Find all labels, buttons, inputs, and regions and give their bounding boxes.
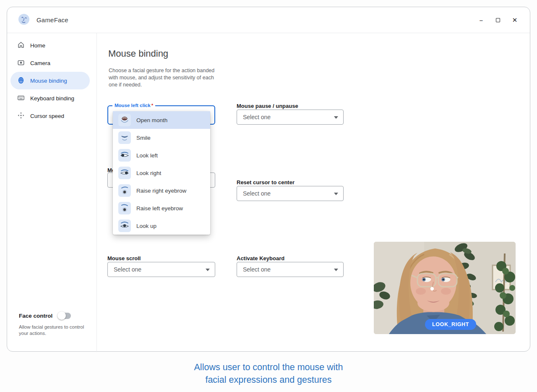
app-window: GameFace − ✕ Home: [7, 7, 530, 352]
required-asterisk: *: [151, 103, 153, 108]
sidebar-item-mouse-binding[interactable]: Mouse binding: [10, 72, 90, 89]
dropdown-option-open-month[interactable]: Open month: [113, 111, 210, 129]
sidebar-item-label: Mouse binding: [30, 78, 67, 84]
face-control-description: Allow facial gestures to control your ac…: [19, 324, 89, 337]
activate-keyboard-select[interactable]: Select one: [237, 262, 344, 277]
mouse-pause-label: Mouse pause / unpause: [237, 103, 298, 109]
app-title: GameFace: [36, 16, 68, 24]
dropdown-option-label: Look right: [136, 170, 161, 176]
select-value: Select one: [243, 190, 271, 197]
home-icon: [17, 41, 25, 50]
smile-icon: [118, 131, 131, 144]
dropdown-option-raise-left-eyebrow[interactable]: Raise left eyebrow: [113, 199, 210, 217]
face-control-label: Face control: [19, 313, 52, 319]
chevron-down-icon: [334, 116, 338, 119]
sidebar-item-label: Home: [30, 42, 45, 49]
dropdown-option-label: Look left: [136, 152, 158, 159]
cursor-speed-icon: [17, 112, 25, 120]
toggle-knob: [57, 311, 66, 320]
sidebar-item-home[interactable]: Home: [10, 37, 90, 54]
dropdown-option-label: Open month: [136, 117, 167, 123]
sidebar-item-keyboard-binding[interactable]: Keyboard binding: [10, 89, 90, 107]
select-value: Select one: [243, 114, 271, 120]
caption-line-2: facial expressions and gestures: [0, 374, 537, 386]
face-control-section: Face control Allow facial gestures to co…: [12, 313, 89, 337]
page-description: Choose a facial gesture for the action b…: [109, 67, 220, 89]
maximize-icon: [496, 18, 500, 22]
select-value: Select one: [114, 266, 141, 273]
close-button[interactable]: ✕: [511, 16, 519, 24]
dropdown-option-smile[interactable]: Smile: [113, 129, 210, 146]
dropdown-option-label: Raise left eyebrow: [136, 205, 183, 212]
mouse-pause-select[interactable]: Select one: [237, 110, 344, 125]
dropdown-option-look-up[interactable]: Look up: [113, 217, 210, 235]
image-caption: Allows user to control the mouse with fa…: [0, 361, 537, 386]
caption-line-1: Allows user to control the mouse with: [0, 361, 537, 374]
sidebar: Home Camera: [7, 33, 97, 352]
dropdown-option-look-left[interactable]: Look left: [113, 146, 210, 164]
activate-keyboard-label: Activate Keyboard: [237, 255, 284, 261]
webcam-preview: LOOK_RIGHT: [374, 242, 516, 334]
dropdown-option-look-right[interactable]: Look right: [113, 164, 210, 182]
face-control-toggle[interactable]: [58, 313, 71, 319]
look-up-icon: [118, 220, 131, 232]
reset-cursor-label: Reset cursor to center: [237, 179, 295, 186]
select-value: Select one: [243, 266, 271, 273]
gesture-dropdown-menu: Open month Smile Look left: [113, 111, 210, 235]
maximize-button[interactable]: [494, 16, 502, 24]
title-bar: GameFace − ✕: [7, 7, 530, 33]
look-left-icon: [118, 149, 131, 162]
open-mouth-icon: [118, 114, 131, 126]
dropdown-option-label: Smile: [136, 135, 151, 141]
chevron-down-icon: [206, 269, 210, 271]
sidebar-item-camera[interactable]: Camera: [10, 54, 90, 72]
sidebar-item-cursor-speed[interactable]: Cursor speed: [10, 107, 90, 125]
mouse-icon: [17, 76, 25, 85]
sidebar-item-label: Cursor speed: [30, 113, 64, 119]
keyboard-icon: [17, 94, 25, 103]
raise-left-eyebrow-icon: [118, 202, 131, 214]
mouse-scroll-label: Mouse scroll: [107, 255, 141, 261]
mouse-left-click-label: Mouse left click*: [112, 103, 155, 108]
reset-cursor-select[interactable]: Select one: [237, 186, 344, 201]
page-title: Mouse binding: [108, 48, 168, 59]
gameface-logo-icon: [17, 13, 31, 28]
look-right-icon: [118, 167, 131, 179]
dropdown-option-raise-right-eyebrow[interactable]: Raise right eyebrow: [113, 182, 210, 199]
chevron-down-icon: [334, 193, 338, 195]
raise-right-eyebrow-icon: [118, 184, 131, 197]
dropdown-option-label: Look up: [136, 223, 156, 229]
camera-icon: [17, 59, 25, 68]
sidebar-item-label: Keyboard binding: [30, 95, 74, 102]
minimize-button[interactable]: −: [477, 16, 485, 24]
chevron-down-icon: [334, 269, 338, 271]
mouse-scroll-select[interactable]: Select one: [107, 262, 215, 277]
gesture-status-badge: LOOK_RIGHT: [425, 319, 476, 330]
dropdown-option-label: Raise right eyebrow: [136, 188, 186, 194]
sidebar-item-label: Camera: [30, 60, 50, 66]
